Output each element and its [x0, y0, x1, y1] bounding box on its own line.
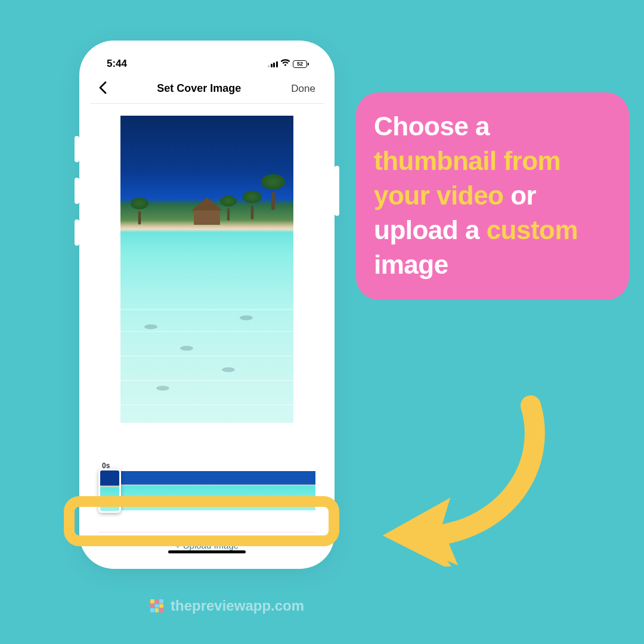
- status-indicators: 52: [268, 60, 307, 69]
- navbar: Set Cover Image Done: [90, 76, 324, 104]
- status-bar: 5:44 52: [90, 51, 324, 76]
- back-button[interactable]: [98, 81, 107, 97]
- status-time: 5:44: [107, 58, 127, 70]
- cellular-icon: [268, 61, 278, 67]
- frame-picker[interactable]: 0s: [90, 455, 324, 510]
- timeline-frame[interactable]: [267, 471, 291, 510]
- svg-marker-1: [383, 498, 450, 535]
- timeline-frame[interactable]: [243, 471, 267, 510]
- upload-image-button[interactable]: + Upload Image: [98, 532, 315, 558]
- callout-text: image: [374, 250, 448, 279]
- brand-logo-icon: [150, 599, 163, 612]
- timeline-frame[interactable]: [195, 471, 219, 510]
- frame-selector-handle[interactable]: [98, 469, 121, 513]
- svg-marker-2: [383, 535, 456, 566]
- timeline-frame[interactable]: [147, 471, 171, 510]
- home-indicator: [168, 550, 246, 553]
- svg-marker-0: [383, 498, 456, 566]
- instruction-callout: Choose a thumbnail from your video or up…: [356, 92, 629, 300]
- phone-screen: 5:44 52 Set Cover Image Done: [90, 51, 324, 558]
- battery-icon: 52: [293, 60, 307, 68]
- done-button[interactable]: Done: [291, 83, 315, 95]
- timeline-frame[interactable]: [219, 471, 243, 510]
- cover-preview-area: [90, 104, 324, 455]
- pointer-arrow-icon: [370, 394, 549, 566]
- timeline-frame[interactable]: [171, 471, 194, 510]
- wifi-icon: [280, 59, 290, 68]
- cover-preview-image: [120, 116, 293, 423]
- frame-timeline[interactable]: [98, 471, 315, 510]
- timeline-frame[interactable]: [122, 471, 146, 510]
- footer-url: thepreviewapp.com: [171, 597, 304, 614]
- timeline-frame[interactable]: [292, 471, 315, 510]
- callout-highlight: custom: [487, 215, 578, 244]
- callout-text: Choose a: [374, 112, 490, 141]
- phone-mockup: 5:44 52 Set Cover Image Done: [79, 41, 335, 569]
- footer-credit: thepreviewapp.com: [150, 597, 304, 614]
- screen-title: Set Cover Image: [157, 82, 241, 95]
